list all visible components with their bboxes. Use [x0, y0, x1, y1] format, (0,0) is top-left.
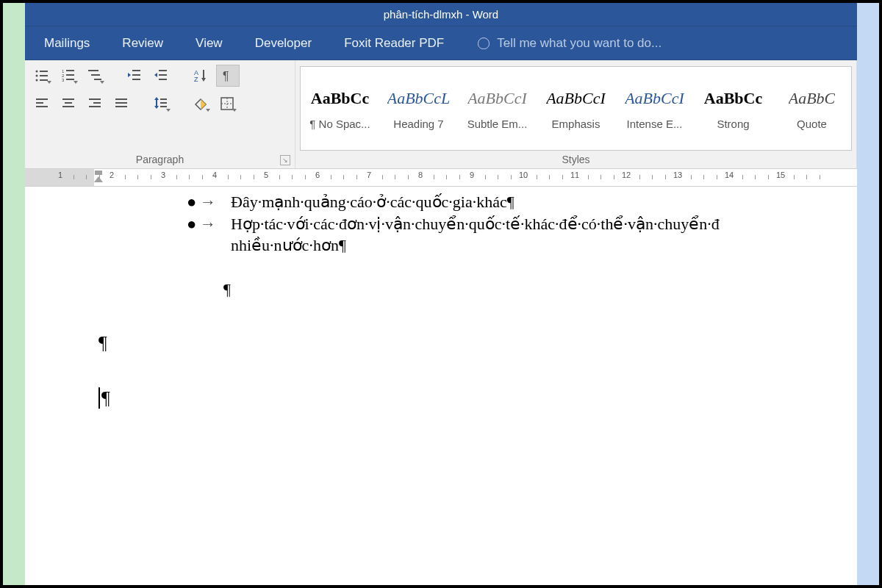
align-center-button[interactable] — [57, 93, 79, 115]
style-item-intense-e-[interactable]: AaBbCcIIntense E... — [615, 67, 694, 150]
tab-mailings[interactable]: Mailings — [28, 26, 106, 60]
align-justify-button[interactable] — [110, 93, 132, 115]
svg-rect-32 — [65, 102, 72, 104]
tab-foxit-reader[interactable]: Foxit Reader PDF — [328, 26, 460, 60]
ruler-minor-tick — [703, 175, 704, 179]
style-item-emphasis[interactable]: AaBbCcIEmphasis — [537, 67, 615, 150]
bullets-button[interactable] — [31, 65, 53, 87]
style-item--no-spac-[interactable]: AaBbCc¶ No Spac... — [301, 67, 379, 150]
svg-rect-38 — [115, 102, 127, 104]
ruler-minor-tick — [794, 175, 795, 179]
svg-marker-41 — [154, 97, 159, 100]
ruler-minor-tick — [549, 175, 550, 179]
ruler-number: 10 — [519, 171, 528, 179]
ruler-minor-tick — [86, 175, 87, 179]
style-sample: AaBbCc — [311, 87, 369, 110]
align-right-button[interactable] — [84, 93, 106, 115]
ruler-number: 13 — [673, 171, 682, 179]
bullet-line-1: ● → Đây·mạnh·quảng·cáo·ở·các·quốc·gia·kh… — [187, 191, 857, 213]
ruler-minor-tick — [665, 175, 666, 179]
style-item-strong[interactable]: AaBbCcStrong — [694, 67, 772, 150]
styles-gallery[interactable]: AaBbCc¶ No Spac...AaBbCcLHeading 7AaBbCc… — [300, 66, 852, 151]
increase-indent-button[interactable] — [150, 65, 172, 87]
bullet-icon: ● — [187, 191, 196, 213]
svg-point-0 — [36, 71, 38, 73]
bullet-line-2-cont: nhiều·nước·hơn¶ — [187, 234, 857, 257]
paragraph-dialog-launcher[interactable]: ↘ — [280, 155, 290, 165]
ruler-minor-tick — [691, 175, 692, 179]
window-title: phân-tích-dlmxh - Word — [384, 8, 498, 21]
svg-rect-45 — [160, 106, 167, 107]
style-sample: AaBbCcI — [625, 87, 684, 110]
numbering-button[interactable]: 123 — [57, 65, 79, 87]
first-line-indent-marker[interactable] — [94, 176, 103, 182]
style-name: Quote — [797, 118, 827, 130]
tab-view[interactable]: View — [179, 26, 239, 60]
title-bar: phân-tích-dlmxh - Word — [25, 3, 857, 26]
svg-rect-7 — [66, 70, 74, 71]
ruler-minor-tick — [408, 175, 409, 179]
sort-button[interactable]: AZ — [190, 65, 212, 87]
tell-me-search[interactable]: Tell me what you want to do... — [460, 36, 662, 51]
bullet-line-2: ● → Hợp·tác·với·các·đơn·vị·vận·chuyển·qu… — [187, 213, 857, 235]
group-styles: AaBbCc¶ No Spac...AaBbCcLHeading 7AaBbCc… — [295, 60, 857, 168]
tell-me-placeholder: Tell me what you want to do... — [497, 36, 662, 51]
ruler-minor-tick — [125, 175, 126, 179]
svg-rect-15 — [132, 70, 140, 71]
svg-rect-9 — [66, 74, 74, 76]
ruler-number: 6 — [315, 171, 320, 179]
svg-rect-16 — [132, 74, 140, 76]
ruler-minor-tick — [254, 175, 254, 179]
svg-text:Z: Z — [194, 76, 198, 83]
tab-developer[interactable]: Developer — [239, 26, 329, 60]
style-item-quote[interactable]: AaBbCQuote — [772, 67, 851, 150]
ruler-minor-tick — [343, 175, 344, 179]
document-area[interactable]: ● → Đây·mạnh·quảng·cáo·ở·các·quốc·gia·kh… — [25, 187, 857, 585]
blank-paragraph-2: ¶ — [98, 330, 857, 356]
hanging-indent-marker[interactable] — [95, 171, 102, 175]
group-paragraph: 123 AZ — [25, 60, 295, 168]
line-spacing-button[interactable] — [150, 93, 172, 115]
tab-review[interactable]: Review — [106, 26, 179, 60]
horizontal-ruler[interactable]: 123456789101112131415 — [25, 169, 857, 187]
ruler-minor-tick — [498, 175, 498, 179]
ruler-minor-tick — [446, 175, 447, 179]
ruler-minor-tick — [459, 175, 460, 179]
borders-button[interactable] — [216, 93, 238, 115]
svg-rect-39 — [115, 106, 127, 107]
show-hide-paragraph-button[interactable]: ¶ — [216, 65, 240, 87]
multilevel-list-button[interactable] — [84, 65, 106, 87]
align-left-button[interactable] — [31, 93, 53, 115]
ruler-minor-tick — [717, 175, 717, 179]
svg-rect-31 — [62, 98, 74, 100]
ruler-number: 15 — [776, 171, 785, 179]
ruler-minor-tick — [614, 175, 614, 179]
svg-rect-33 — [62, 106, 74, 107]
svg-point-4 — [36, 79, 38, 82]
svg-rect-35 — [93, 102, 101, 104]
ruler-number: 9 — [470, 171, 474, 179]
svg-rect-13 — [91, 74, 100, 76]
ruler-minor-tick — [189, 175, 190, 179]
shading-button[interactable] — [190, 93, 212, 115]
tab-arrow-icon: → — [200, 213, 216, 235]
decrease-indent-button[interactable] — [123, 65, 146, 87]
svg-rect-19 — [159, 70, 167, 71]
svg-marker-18 — [128, 73, 131, 77]
ruler-minor-tick — [562, 175, 563, 179]
style-item-heading-7[interactable]: AaBbCcLHeading 7 — [379, 67, 458, 150]
ruler-minor-tick — [395, 175, 395, 179]
left-decor-band — [3, 3, 25, 585]
group-label-styles: Styles — [295, 151, 856, 168]
lightbulb-icon — [478, 37, 490, 49]
ruler-minor-tick — [806, 175, 807, 179]
ruler-number: 11 — [570, 171, 579, 179]
svg-rect-12 — [88, 70, 98, 71]
ruler-minor-tick — [588, 175, 589, 179]
style-item-subtle-em-[interactable]: AaBbCcISubtle Em... — [458, 67, 537, 150]
style-sample: AaBbCcL — [387, 87, 451, 110]
ruler-number: 2 — [110, 171, 114, 179]
ruler-minor-tick — [382, 175, 383, 179]
svg-rect-29 — [36, 102, 43, 104]
style-name: Subtle Em... — [467, 118, 528, 130]
